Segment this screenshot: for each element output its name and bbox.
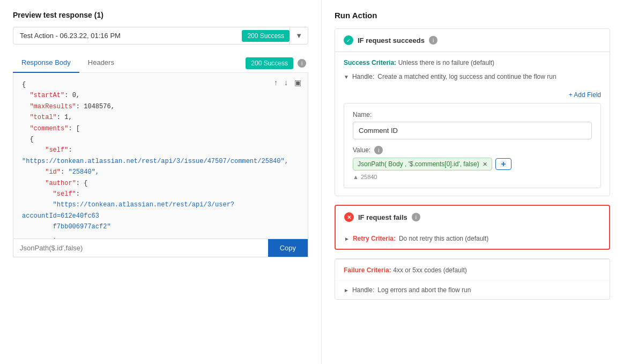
handle-label: Handle: — [352, 73, 374, 80]
value-preview: ▲ 25840 — [353, 174, 592, 180]
retry-criteria-label: Retry Criteria: — [353, 235, 396, 242]
field-name-input[interactable] — [353, 122, 592, 139]
copy-button[interactable]: Copy — [268, 239, 308, 257]
if-fail-info-icon[interactable]: i — [412, 213, 420, 221]
success-check-icon: ✓ — [344, 35, 353, 45]
json-down-btn[interactable]: ↓ — [283, 77, 289, 88]
handle-text: Create a matched entity, log success and… — [377, 73, 556, 80]
value-tag-close[interactable]: ✕ — [483, 161, 487, 168]
tabs-badge: 200 Success — [246, 57, 293, 69]
failure-criteria-card: Failure Criteria: 4xx or 5xx codes (defa… — [335, 258, 610, 300]
if-fail-header: ✕ IF request fails i — [336, 206, 609, 228]
selector-dropdown-arrow[interactable]: ▼ — [290, 27, 308, 44]
if-success-header: ✓ IF request succeeds i — [335, 29, 610, 51]
tabs-info-icon[interactable]: i — [298, 59, 306, 68]
success-criteria-text: Unless there is no failure (default) — [398, 59, 494, 66]
failure-handle-label: Handle: — [352, 286, 374, 294]
failure-criteria-label: Failure Criteria: — [344, 266, 391, 274]
add-field-section: + Add Field Name: Value: i JsonPath( Bod… — [335, 87, 610, 196]
json-body: { "startAt": 0, "maxResults": 1048576, "… — [13, 73, 308, 239]
field-name-label: Name: — [353, 111, 592, 118]
jsonpath-bar: Copy — [13, 239, 308, 257]
json-up-btn[interactable]: ↑ — [273, 77, 279, 88]
if-success-title: IF request succeeds — [358, 36, 425, 44]
right-panel: Run Action ✓ IF request succeeds i Succe… — [322, 0, 623, 364]
tabs-row: Response Body Headers 200 Success i — [13, 54, 308, 73]
value-preview-icon: ▲ — [353, 174, 359, 180]
fail-error-icon: ✕ — [344, 212, 354, 222]
if-fail-card: ✕ IF request fails i ► Retry Criteria: D… — [335, 205, 610, 250]
selector-badge: 200 Success — [242, 30, 290, 42]
retry-row: ► Retry Criteria: Do not retry this acti… — [336, 228, 609, 249]
json-container: ↑ ↓ ▣ { "startAt": 0, "maxResults": 1048… — [13, 73, 308, 239]
json-expand-btn[interactable]: ▣ — [293, 77, 302, 88]
json-toolbar: ↑ ↓ ▣ — [273, 77, 302, 88]
value-tag: JsonPath( Body , '$.comments[0].id', fal… — [353, 158, 492, 170]
test-selector[interactable]: Test Action - 06.23.22, 01:16 PM 200 Suc… — [13, 27, 308, 44]
handle-chevron-icon[interactable]: ▼ — [344, 74, 349, 80]
success-criteria-label: Success Criteria: — [344, 59, 396, 66]
test-selector-text: Test Action - 06.23.22, 01:16 PM — [13, 27, 242, 44]
tabs-right: 200 Success i — [246, 57, 308, 69]
add-field-row: + Add Field — [344, 87, 601, 101]
failure-criteria-row: Failure Criteria: 4xx or 5xx codes (defa… — [335, 259, 610, 280]
failure-criteria-text: 4xx or 5xx codes (default) — [393, 266, 466, 274]
tab-headers[interactable]: Headers — [79, 54, 123, 73]
retry-criteria-text: Do not retry this action (default) — [399, 235, 488, 242]
if-success-card: ✓ IF request succeeds i Success Criteria… — [335, 28, 610, 196]
run-action-title: Run Action — [335, 11, 610, 20]
if-success-info-icon[interactable]: i — [429, 36, 437, 44]
if-fail-title: IF request fails — [358, 213, 407, 221]
value-row: JsonPath( Body , '$.comments[0].id', fal… — [353, 158, 592, 170]
handle-row: ▼ Handle: Create a matched entity, log s… — [335, 73, 610, 87]
field-value-label: Value: i — [353, 146, 592, 154]
left-panel: Preview test response (1) Test Action - … — [0, 0, 322, 364]
field-value-info-icon[interactable]: i — [374, 146, 383, 154]
success-criteria-row: Success Criteria: Unless there is no fai… — [335, 51, 610, 73]
failure-handle-chevron[interactable]: ► — [344, 287, 349, 293]
field-card: Name: Value: i JsonPath( Body , '$.comme… — [344, 103, 601, 188]
retry-chevron-icon[interactable]: ► — [344, 236, 350, 242]
left-panel-title: Preview test response (1) — [13, 11, 308, 19]
tab-response-body[interactable]: Response Body — [13, 54, 79, 73]
add-field-button[interactable]: + Add Field — [569, 91, 601, 99]
value-add-button[interactable] — [495, 158, 511, 170]
failure-handle-row: ► Handle: Log errors and abort the flow … — [335, 280, 610, 299]
value-preview-text: 25840 — [361, 174, 377, 180]
jsonpath-input[interactable] — [13, 239, 268, 257]
failure-handle-text: Log errors and abort the flow run — [377, 286, 471, 294]
value-tag-text: JsonPath( Body , '$.comments[0].id', fal… — [358, 160, 479, 168]
